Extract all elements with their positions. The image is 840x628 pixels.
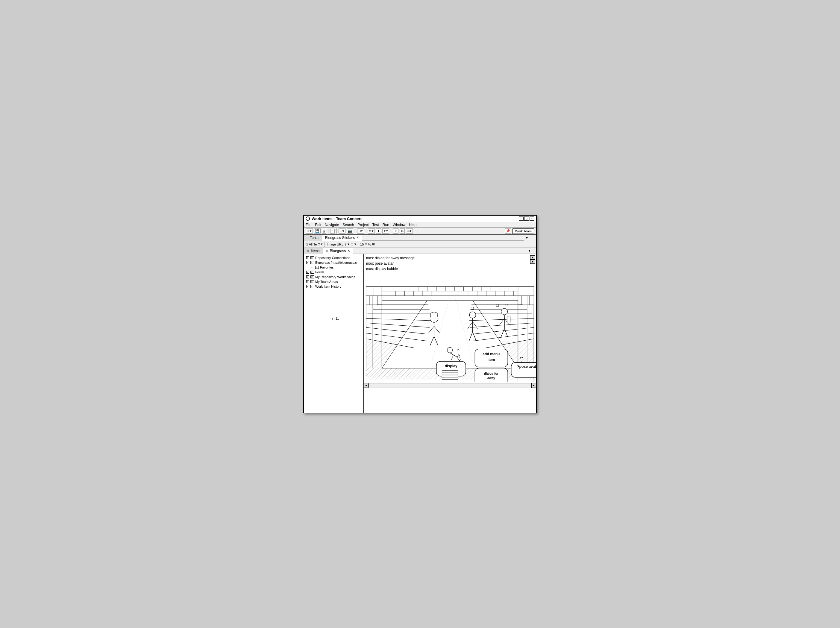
toolbar-star[interactable]: ☆▾ xyxy=(306,228,313,234)
menu-help[interactable]: Help xyxy=(409,223,417,227)
tab2-close-icon[interactable]: — xyxy=(532,249,535,252)
toolbar-forward[interactable]: ⇒▾ xyxy=(406,228,413,234)
toolbar-star2[interactable]: ☆ xyxy=(393,228,398,234)
sidebar-item-bluegrass[interactable]: + □ Bluegrass [http://bluegrass.c xyxy=(304,260,363,265)
canvas-area: 13 17 19 15 21 25 23 27 display xyxy=(364,273,536,383)
folder-icon: □ xyxy=(310,285,314,288)
sidebar: + □ Repository Connections + □ Bluegrass… xyxy=(304,254,364,413)
sidebar-item-label: Feeds xyxy=(315,270,325,274)
close-button[interactable]: ✕ xyxy=(530,217,534,221)
scroll-left-button[interactable]: ◄ xyxy=(364,383,368,388)
tab-bluegrass-stickers-label: Bluegrass Stickers xyxy=(325,236,355,240)
image-url-label: Image URL xyxy=(327,242,343,246)
bottom-scrollbar: ◄ ► xyxy=(364,383,536,387)
view-restore-icon[interactable]: □ xyxy=(533,236,535,239)
menu-test[interactable]: Test xyxy=(373,223,379,227)
toolbar-action[interactable]: ⊡▾ xyxy=(357,228,364,234)
toolbar-sep3 xyxy=(355,228,355,234)
diagram-svg: 13 17 19 15 21 25 23 27 display xyxy=(364,273,536,382)
sidebar-item-label: Bluegrass [http://bluegrass.c xyxy=(315,261,357,264)
bubble-away: away xyxy=(487,376,495,379)
grid-icon[interactable]: ⊞ xyxy=(351,242,353,246)
label-17: 17 xyxy=(471,307,474,310)
toolbar-circle[interactable]: ○ xyxy=(330,229,335,234)
menu-bar: File Edit Navigate Search Project Test R… xyxy=(304,222,536,228)
tab-close-icon[interactable]: ✕ xyxy=(357,236,359,239)
menu-file[interactable]: File xyxy=(306,223,311,227)
svg-point-88 xyxy=(501,308,507,315)
bubble-message: message xyxy=(484,380,498,382)
toolbar-save[interactable]: 💾 xyxy=(314,228,321,234)
bubble-add-menu: add menu xyxy=(483,352,500,356)
toolbar-edit2[interactable]: ✏▾ xyxy=(368,228,375,234)
toolbar-back[interactable]: ⇐ xyxy=(399,228,405,234)
dropdown3[interactable]: ▾ xyxy=(354,242,356,246)
tab-items-icon: ○ xyxy=(307,249,309,253)
question-mark2: ? xyxy=(344,242,346,246)
view-close-icon[interactable]: — xyxy=(529,236,532,239)
minimize-button[interactable]: ─ xyxy=(519,217,524,221)
toolbar-arrow-up[interactable]: ⬆▾ xyxy=(382,228,389,234)
folder-icon: □ xyxy=(310,261,314,264)
folder-icon: □ xyxy=(310,275,314,279)
scroll-track[interactable] xyxy=(368,384,531,387)
tab-bluegrass-stickers[interactable]: Bluegrass Stickers ✕ xyxy=(322,235,362,241)
tab-bluegrass-icon: ○ xyxy=(326,249,328,253)
scroll-down-button[interactable]: ▼ xyxy=(530,260,535,264)
toolbar-copy[interactable]: ⎘ xyxy=(322,229,326,234)
sidebar-item-feeds[interactable]: + □ Feeds xyxy=(304,270,363,274)
menu-edit[interactable]: Edit xyxy=(315,223,321,227)
expand-icon: + xyxy=(306,271,309,274)
tab-ten-label: □ Ten... xyxy=(307,236,319,240)
expand-icon: + xyxy=(306,261,309,264)
content-area: mas: dialog for away message mas: pose a… xyxy=(364,254,536,413)
expand-icon: + xyxy=(306,256,309,259)
toolbar-sep4 xyxy=(366,228,366,234)
menu-search[interactable]: Search xyxy=(343,223,354,227)
tab-ten[interactable]: □ Ten... xyxy=(304,235,322,241)
sidebar-item-label: Favorites xyxy=(320,266,333,269)
sidebar-item-team-areas[interactable]: + □ My Team Areas xyxy=(304,279,363,284)
restore-button[interactable]: □ xyxy=(524,217,529,221)
scroll-up-button[interactable]: ▲ xyxy=(530,255,535,260)
window-icon xyxy=(306,217,310,221)
sidebar-item-repo-connections[interactable]: + □ Repository Connections xyxy=(304,255,363,260)
all-te-label: All Te xyxy=(309,242,317,246)
sidebar-item-favorites[interactable]: ··· □ Favorites xyxy=(304,265,363,270)
toolbar-new[interactable]: ⊞▾ xyxy=(339,228,346,234)
dropdown2[interactable]: ▾ xyxy=(347,242,349,246)
label-27: 27 xyxy=(520,356,523,359)
svg-point-82 xyxy=(469,312,476,318)
scroll-right-button[interactable]: ► xyxy=(531,383,536,388)
message-2: mas: pose avatar xyxy=(366,261,534,266)
work-team-button[interactable]: Work Team xyxy=(513,228,534,234)
toolbar-camera[interactable]: 📷 xyxy=(347,228,353,234)
menu-run[interactable]: Run xyxy=(382,223,389,227)
dropdown1[interactable]: ▾ xyxy=(321,242,323,246)
toolbar-pin[interactable]: 📌 xyxy=(505,228,511,234)
title-bar: Work Items - Team Concert ─ □ ✕ xyxy=(304,216,536,222)
svg-rect-94 xyxy=(507,316,510,323)
expand-icon: + xyxy=(306,285,309,288)
tab-bar-second: ○ Items ○ Bluegrass ✕ ▼ — xyxy=(304,248,536,254)
label-13: 13 xyxy=(456,349,459,352)
toolbar-arrow-down[interactable]: ⬇ xyxy=(376,228,381,234)
bubble-pose: pose avatar xyxy=(519,364,536,368)
tab-bluegrass-close-icon[interactable]: ✕ xyxy=(347,249,350,252)
sidebar-item-workspaces[interactable]: + □ My Repository Workspaces xyxy=(304,274,363,279)
sidebar-item-work-history[interactable]: + □ Work Item History xyxy=(304,284,363,289)
percent-dropdown[interactable]: ▾ xyxy=(365,242,367,246)
menu-project[interactable]: Project xyxy=(357,223,368,227)
tab-bluegrass[interactable]: ○ Bluegrass ✕ xyxy=(323,248,354,254)
message-1: mas: dialog for away message xyxy=(366,255,534,261)
svg-line-93 xyxy=(504,328,508,337)
view-menu-icon[interactable]: ▼ xyxy=(525,236,528,239)
grid-icon2[interactable]: ⊞ xyxy=(372,242,375,246)
menu-window[interactable]: Window xyxy=(393,223,406,227)
menu-navigate[interactable]: Navigate xyxy=(325,223,339,227)
folder-icon: □ xyxy=(310,280,314,283)
bubble-item: item xyxy=(487,358,495,362)
tab2-menu-icon[interactable]: ▼ xyxy=(528,249,531,252)
svg-point-95 xyxy=(447,347,453,353)
tab-items[interactable]: ○ Items xyxy=(304,248,323,254)
